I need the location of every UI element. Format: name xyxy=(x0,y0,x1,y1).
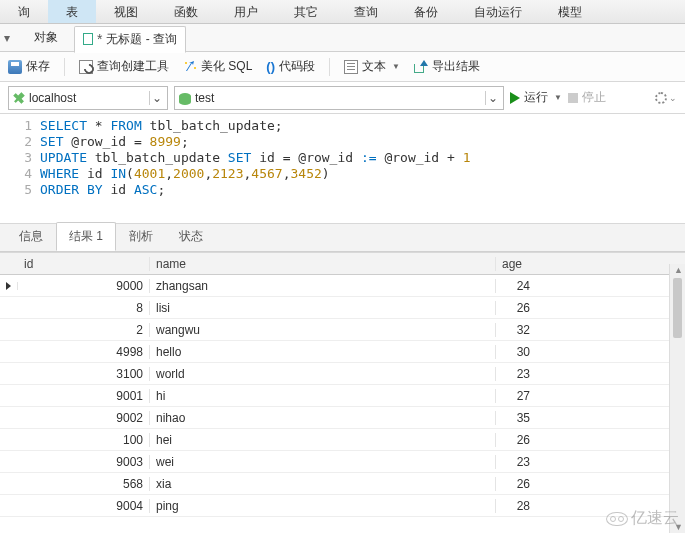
scrollbar-thumb[interactable] xyxy=(673,278,682,338)
result-tab-3[interactable]: 状态 xyxy=(166,222,216,251)
cell-name[interactable]: lisi xyxy=(150,301,496,315)
cell-name[interactable]: hi xyxy=(150,389,496,403)
query-doc-icon xyxy=(83,33,93,45)
column-header-id[interactable]: id xyxy=(18,257,150,271)
chevron-down-icon: ⌄ xyxy=(485,91,499,105)
table-row[interactable]: 9002nihao35 xyxy=(0,407,685,429)
table-row[interactable]: 568xia26 xyxy=(0,473,685,495)
cell-name[interactable]: hello xyxy=(150,345,496,359)
tab-untitled-query[interactable]: * 无标题 - 查询 xyxy=(74,26,186,53)
cell-id[interactable]: 2 xyxy=(18,323,150,337)
cell-age[interactable]: 24 xyxy=(496,279,536,293)
cell-id[interactable]: 3100 xyxy=(18,367,150,381)
line-gutter: 12345 xyxy=(0,114,40,223)
cell-id[interactable]: 4998 xyxy=(18,345,150,359)
chevron-down-icon: ▼ xyxy=(392,62,400,71)
menu-item-1[interactable]: 表 xyxy=(48,0,96,23)
result-tab-0[interactable]: 信息 xyxy=(6,222,56,251)
column-header-name[interactable]: name xyxy=(150,257,496,271)
menu-item-6[interactable]: 查询 xyxy=(336,0,396,23)
cell-id[interactable]: 8 xyxy=(18,301,150,315)
cell-name[interactable]: hei xyxy=(150,433,496,447)
menu-item-2[interactable]: 视图 xyxy=(96,0,156,23)
export-result-button[interactable]: 导出结果 xyxy=(414,58,480,75)
scroll-up-icon[interactable]: ▲ xyxy=(674,265,683,275)
tab-label: 无标题 - 查询 xyxy=(106,31,177,48)
table-row[interactable]: 100hei26 xyxy=(0,429,685,451)
table-row[interactable]: 2wangwu32 xyxy=(0,319,685,341)
save-icon xyxy=(8,60,22,74)
table-row[interactable]: 4998hello30 xyxy=(0,341,685,363)
scroll-down-icon[interactable]: ▼ xyxy=(674,522,683,532)
menu-item-9[interactable]: 模型 xyxy=(540,0,600,23)
settings-button[interactable]: ⌄ xyxy=(655,92,677,104)
connection-select[interactable]: localhost ⌄ xyxy=(8,86,168,110)
cell-age[interactable]: 32 xyxy=(496,323,536,337)
result-tab-2[interactable]: 剖析 xyxy=(116,222,166,251)
cell-name[interactable]: xia xyxy=(150,477,496,491)
menu-item-5[interactable]: 其它 xyxy=(276,0,336,23)
cell-age[interactable]: 28 xyxy=(496,499,536,513)
save-button[interactable]: 保存 xyxy=(8,58,50,75)
beautify-sql-button[interactable]: 美化 SQL xyxy=(183,58,252,75)
vertical-scrollbar[interactable]: ▲ ▼ xyxy=(669,264,685,533)
play-icon xyxy=(510,92,520,104)
table-row[interactable]: 9003wei23 xyxy=(0,451,685,473)
cell-name[interactable]: ping xyxy=(150,499,496,513)
database-icon xyxy=(179,93,191,103)
tab-objects[interactable]: 对象 xyxy=(24,25,68,50)
cell-id[interactable]: 9004 xyxy=(18,499,150,513)
row-indicator xyxy=(0,282,18,290)
cell-id[interactable]: 568 xyxy=(18,477,150,491)
svg-point-1 xyxy=(194,67,196,69)
text-view-button[interactable]: 文本 ▼ xyxy=(344,58,400,75)
cell-name[interactable]: zhangsan xyxy=(150,279,496,293)
cell-age[interactable]: 30 xyxy=(496,345,536,359)
cell-age[interactable]: 26 xyxy=(496,433,536,447)
menu-item-4[interactable]: 用户 xyxy=(216,0,276,23)
column-header-age[interactable]: age xyxy=(496,257,536,271)
cell-name[interactable]: nihao xyxy=(150,411,496,425)
toolbar: 保存 查询创建工具 美化 SQL () 代码段 文本 ▼ 导出结果 xyxy=(0,52,685,82)
sql-editor[interactable]: 12345 SELECT * FROM tbl_batch_update;SET… xyxy=(0,114,685,224)
table-row[interactable]: 9001hi27 xyxy=(0,385,685,407)
result-tab-1[interactable]: 结果 1 xyxy=(56,222,116,251)
menu-item-7[interactable]: 备份 xyxy=(396,0,456,23)
code-area[interactable]: SELECT * FROM tbl_batch_update;SET @row_… xyxy=(40,114,471,223)
cell-age[interactable]: 23 xyxy=(496,367,536,381)
main-menu: 询表视图函数用户其它查询备份自动运行模型 xyxy=(0,0,685,24)
cell-name[interactable]: world xyxy=(150,367,496,381)
result-grid: id name age 9000zhangsan248lisi262wangwu… xyxy=(0,252,685,517)
cell-name[interactable]: wangwu xyxy=(150,323,496,337)
cell-id[interactable]: 9003 xyxy=(18,455,150,469)
code-snippet-button[interactable]: () 代码段 xyxy=(266,58,315,75)
cell-age[interactable]: 26 xyxy=(496,477,536,491)
menu-item-8[interactable]: 自动运行 xyxy=(456,0,540,23)
dropdown-icon[interactable]: ▾ xyxy=(4,31,18,45)
text-icon xyxy=(344,60,358,74)
menu-item-0[interactable]: 询 xyxy=(0,0,48,23)
cell-id[interactable]: 9001 xyxy=(18,389,150,403)
snippet-icon: () xyxy=(266,59,275,74)
svg-point-0 xyxy=(185,62,187,64)
menu-item-3[interactable]: 函数 xyxy=(156,0,216,23)
cell-id[interactable]: 9000 xyxy=(18,279,150,293)
stop-button: 停止 xyxy=(568,89,606,106)
beautify-icon xyxy=(183,60,197,74)
query-builder-button[interactable]: 查询创建工具 xyxy=(79,58,169,75)
cell-age[interactable]: 26 xyxy=(496,301,536,315)
cell-age[interactable]: 27 xyxy=(496,389,536,403)
table-row[interactable]: 9004ping28 xyxy=(0,495,685,517)
cell-age[interactable]: 23 xyxy=(496,455,536,469)
table-row[interactable]: 3100world23 xyxy=(0,363,685,385)
cell-name[interactable]: wei xyxy=(150,455,496,469)
run-button[interactable]: 运行 ▼ xyxy=(510,89,562,106)
cell-id[interactable]: 9002 xyxy=(18,411,150,425)
connection-row: localhost ⌄ test ⌄ 运行 ▼ 停止 ⌄ xyxy=(0,82,685,114)
database-select[interactable]: test ⌄ xyxy=(174,86,504,110)
query-builder-icon xyxy=(79,60,93,74)
cell-age[interactable]: 35 xyxy=(496,411,536,425)
table-row[interactable]: 8lisi26 xyxy=(0,297,685,319)
table-row[interactable]: 9000zhangsan24 xyxy=(0,275,685,297)
cell-id[interactable]: 100 xyxy=(18,433,150,447)
